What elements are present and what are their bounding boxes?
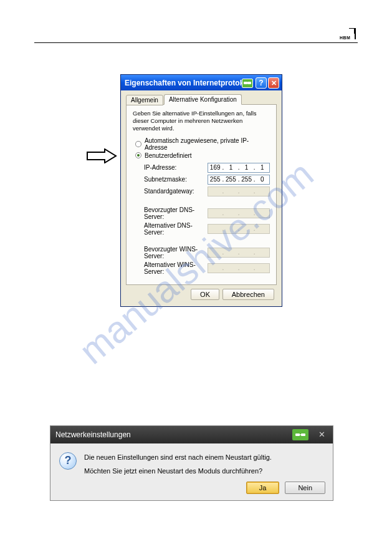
radio-auto[interactable]: Automatisch zugewiesene, private IP-Adre… xyxy=(135,137,270,151)
wins1-input[interactable]: ... xyxy=(208,248,270,258)
intro-text: Geben Sie alternative IP-Einstellungen a… xyxy=(133,110,270,132)
dns2-input[interactable]: ... xyxy=(208,224,270,234)
message-line2: Möchten Sie jetzt einen Neustart des Mod… xyxy=(84,466,325,477)
ip-properties-dialog: Eigenschaften von Internetprotok ? ✕ All… xyxy=(120,74,282,307)
hbm-logo: HBM xyxy=(338,28,356,39)
arrow-indicator xyxy=(86,148,117,163)
wins1-row: Bevorzugter WINS-Server: ... xyxy=(144,246,270,259)
ip-address-input[interactable]: 169. 1. 1. 1 xyxy=(208,163,270,173)
close-button[interactable]: ✕ xyxy=(268,77,279,89)
ok-button[interactable]: OK xyxy=(191,289,219,300)
radio-icon-checked xyxy=(135,152,141,158)
radio-user[interactable]: Benutzerdefiniert xyxy=(135,152,270,159)
cancel-button[interactable]: Abbrechen xyxy=(222,289,274,300)
subnet-row: Subnetzmaske: 255. 255. 255. 0 xyxy=(144,175,270,185)
dns1-input[interactable]: ... xyxy=(208,208,270,218)
yes-button[interactable]: Ja xyxy=(246,482,280,494)
close-icon[interactable]: ✕ xyxy=(316,430,328,439)
tab-general[interactable]: Allgemein xyxy=(126,95,163,105)
restart-dialog-frame: Netzwerkeinstellungen ✕ ? Die neuen Eins… xyxy=(50,425,333,501)
ip-address-row: IP-Adresse: 169. 1. 1. 1 xyxy=(144,163,270,173)
dark-title: Netzwerkeinstellungen xyxy=(55,430,292,439)
titlebar: Eigenschaften von Internetprotok ? ✕ xyxy=(121,75,282,90)
wins2-row: Alternativer WINS-Server: ... xyxy=(144,261,270,275)
tab-alternative[interactable]: Alternative Konfiguration xyxy=(164,94,242,105)
gateway-input[interactable]: ... xyxy=(208,186,270,196)
dark-titlebar: Netzwerkeinstellungen ✕ xyxy=(50,426,333,443)
question-icon: ? xyxy=(59,452,77,470)
network-icon xyxy=(292,429,308,440)
dns2-row: Alternativer DNS-Server: ... xyxy=(144,222,270,236)
gateway-row: Standardgateway: ... xyxy=(144,186,270,196)
wins2-input[interactable]: ... xyxy=(208,263,270,273)
header-rule xyxy=(34,42,358,43)
dns1-row: Bevorzugter DNS-Server: ... xyxy=(144,206,270,220)
message-line1: Die neuen Einstellungen sind erst nach e… xyxy=(84,452,325,463)
network-icon xyxy=(242,79,253,88)
radio-icon xyxy=(135,141,141,147)
help-button[interactable]: ? xyxy=(256,77,267,89)
no-button[interactable]: Nein xyxy=(285,482,325,494)
subnet-input[interactable]: 255. 255. 255. 0 xyxy=(208,175,270,185)
dialog-title: Eigenschaften von Internetprotok xyxy=(125,79,242,87)
